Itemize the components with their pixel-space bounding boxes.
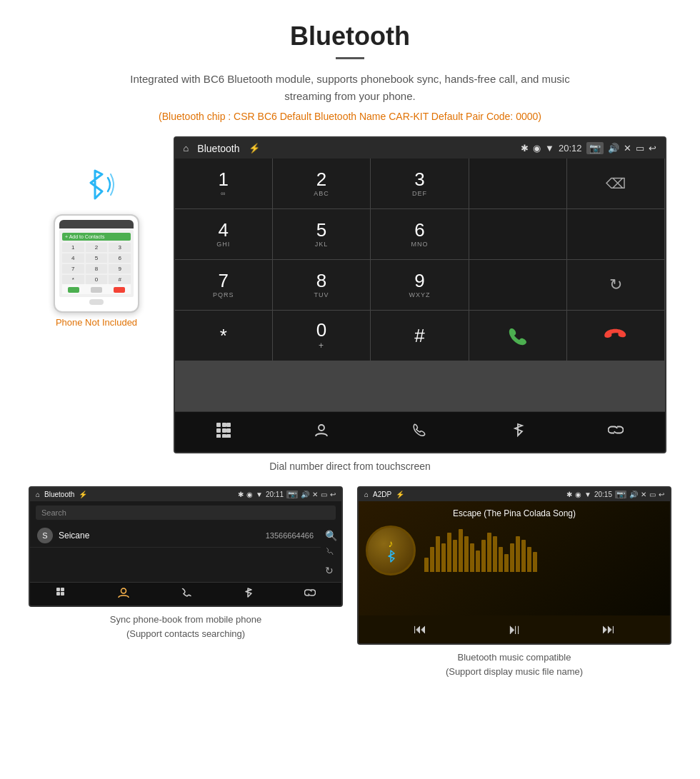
toolbar-link-icon[interactable]: [599, 419, 632, 445]
phone-key-6[interactable]: 6: [109, 253, 131, 263]
music-caption: Bluetooth music compatible(Support displ…: [446, 650, 583, 678]
pb-search-placeholder: Search: [41, 508, 66, 517]
volume-icon[interactable]: 🔊: [608, 143, 619, 154]
music-home-icon[interactable]: ⌂: [364, 491, 369, 498]
music-next-btn[interactable]: ⏭: [602, 622, 615, 637]
svg-rect-1: [222, 423, 226, 427]
toolbar-bluetooth-icon[interactable]: [501, 419, 534, 445]
music-close-icon[interactable]: ✕: [641, 491, 646, 498]
phone-key-8[interactable]: 8: [86, 264, 108, 273]
phone-key-0[interactable]: 0: [86, 275, 108, 284]
music-prev-btn[interactable]: ⏮: [414, 622, 426, 637]
music-block: ⌂ A2DP ⚡ ✱ ◉ ▼ 20:15 📷 🔊 ✕ ▭ ↩ E: [357, 486, 671, 678]
phone-key-3[interactable]: 3: [109, 243, 131, 252]
toolbar-contact-icon[interactable]: [305, 419, 338, 445]
phone-key-1[interactable]: 1: [62, 243, 84, 252]
phone-key-9[interactable]: 9: [109, 264, 131, 273]
pb-refresh-icon[interactable]: ↻: [325, 565, 337, 576]
dial-call-btn[interactable]: [469, 311, 566, 361]
pb-close-icon[interactable]: ✕: [312, 491, 318, 498]
phone-key-4[interactable]: 4: [62, 253, 84, 263]
close-icon[interactable]: ✕: [624, 143, 631, 154]
pb-search-bar[interactable]: Search: [36, 506, 336, 520]
dial-key-1[interactable]: 1 ∞: [175, 159, 272, 208]
phone-mock: + Add to Contacts 1 2 3 4 5 6 7 8 9 * 0 …: [54, 214, 139, 313]
svg-rect-11: [61, 588, 64, 591]
dial-key-4[interactable]: 4 GHI: [175, 209, 272, 259]
viz-bar: [459, 529, 463, 572]
pb-window-icon[interactable]: ▭: [321, 491, 327, 498]
music-play-btn[interactable]: ⏯: [507, 621, 521, 638]
dial-key-hash[interactable]: #: [371, 311, 468, 361]
wifi-icon: ▼: [545, 143, 554, 154]
phone-key-2[interactable]: 2: [86, 243, 108, 252]
album-bt-icon: [384, 549, 398, 563]
pb-contact-row[interactable]: S Seicane 13566664466: [30, 524, 321, 548]
toolbar-phone-icon[interactable]: [403, 419, 436, 445]
phone-key-star[interactable]: *: [62, 275, 84, 284]
page-subtitle: Integrated with BC6 Bluetooth module, su…: [129, 71, 571, 105]
pb-home-icon[interactable]: ⌂: [36, 491, 40, 498]
bluetooth-signal-area: [75, 165, 118, 207]
dial-key-6[interactable]: 6 MNO: [371, 209, 468, 259]
pb-content: S Seicane 13566664466 🔍 ↻: [30, 524, 341, 582]
pb-tb-grid[interactable]: [56, 587, 67, 601]
dial-key-3[interactable]: 3 DEF: [371, 159, 468, 208]
phone-key-7[interactable]: 7: [62, 264, 84, 273]
pb-cam-icon[interactable]: 📷: [286, 491, 298, 498]
dial-empty-1: [469, 159, 566, 208]
pb-tb-contact[interactable]: [118, 587, 129, 601]
phone-key-hash[interactable]: #: [109, 275, 131, 284]
dial-refresh[interactable]: ↻: [567, 260, 664, 310]
dial-empty-3: [567, 209, 664, 259]
camera-icon[interactable]: 📷: [586, 142, 604, 154]
pb-call-icon[interactable]: [325, 547, 337, 559]
svg-rect-3: [216, 428, 221, 433]
viz-bar: [424, 558, 429, 572]
music-back-icon[interactable]: ↩: [659, 491, 664, 498]
phone-key-5[interactable]: 5: [86, 253, 108, 263]
toolbar-grid-icon[interactable]: [207, 419, 240, 445]
music-window-icon[interactable]: ▭: [649, 491, 656, 498]
svg-rect-6: [216, 434, 221, 438]
viz-bar: [527, 547, 531, 572]
phone-home-btn[interactable]: [89, 299, 104, 305]
dial-key-2[interactable]: 2 ABC: [273, 159, 370, 208]
music-bt-icon: ✱: [566, 491, 572, 498]
music-content: Escape (The Pina Colada Song) ♪: [359, 501, 670, 615]
pb-right-icons: 🔍 ↻: [321, 524, 341, 582]
back-icon[interactable]: ↩: [649, 143, 656, 154]
pb-tb-link[interactable]: [304, 587, 316, 601]
window-icon[interactable]: ▭: [636, 143, 644, 154]
dial-end-btn[interactable]: [567, 311, 664, 361]
pb-usb-icon: ⚡: [79, 491, 87, 498]
pb-search-icon[interactable]: 🔍: [325, 530, 337, 541]
phone-call-btn[interactable]: [68, 287, 79, 293]
home-icon[interactable]: ⌂: [184, 143, 189, 154]
pb-tb-phone[interactable]: [180, 587, 191, 601]
dial-empty-4: [469, 260, 566, 310]
dial-key-0[interactable]: 0 +: [273, 311, 370, 361]
dial-key-7[interactable]: 7 PQRS: [175, 260, 272, 310]
phone-screen-header: + Add to Contacts: [62, 233, 131, 241]
phone-end-btn[interactable]: [114, 287, 125, 293]
dial-key-star[interactable]: *: [175, 311, 272, 361]
dial-key-9[interactable]: 9 WXYZ: [371, 260, 468, 310]
music-topbar-left: ⌂ A2DP ⚡: [364, 491, 404, 498]
call-icon: [506, 324, 529, 347]
dial-key-5[interactable]: 5 JKL: [273, 209, 370, 259]
music-cam-icon[interactable]: 📷: [615, 491, 626, 498]
pb-title: Bluetooth: [44, 491, 74, 498]
viz-bar: [430, 547, 434, 572]
pb-topbar: ⌂ Bluetooth ⚡ ✱ ◉ ▼ 20:11 📷 🔊 ✕ ▭ ↩: [30, 488, 341, 501]
pb-back-icon[interactable]: ↩: [330, 491, 336, 498]
viz-bar: [464, 536, 469, 572]
music-controls: ⏮ ⏯ ⏭: [359, 615, 670, 643]
dial-backspace[interactable]: ⌫: [567, 159, 664, 208]
pb-vol-icon[interactable]: 🔊: [301, 491, 309, 498]
dial-key-8[interactable]: 8 TUV: [273, 260, 370, 310]
pb-tb-bluetooth[interactable]: [242, 587, 254, 601]
music-vol-icon[interactable]: 🔊: [629, 491, 638, 498]
phone-middle-btn[interactable]: [91, 287, 102, 293]
music-topbar: ⌂ A2DP ⚡ ✱ ◉ ▼ 20:15 📷 🔊 ✕ ▭ ↩: [359, 488, 670, 501]
